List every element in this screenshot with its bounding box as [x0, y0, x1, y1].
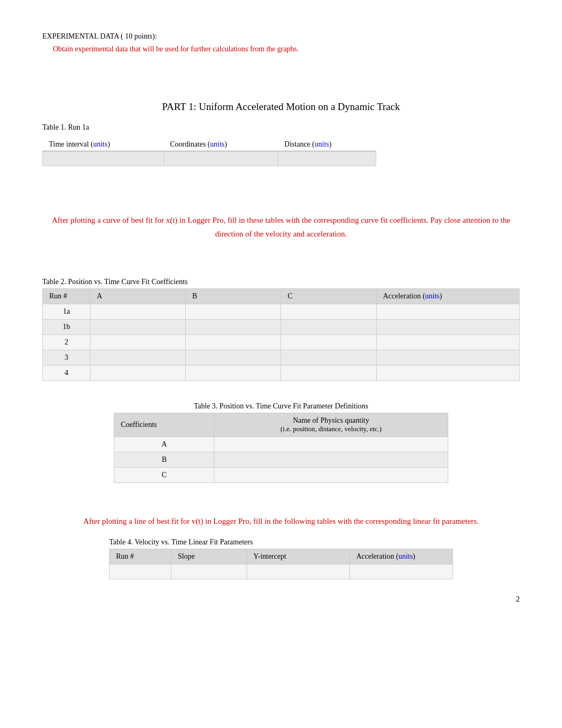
table1-cell2: [164, 151, 278, 166]
table1-row1: [43, 151, 376, 166]
table2-accel-1a: [376, 304, 519, 320]
table3-container: Table 3. Position vs. Time Curve Fit Par…: [114, 402, 448, 483]
table3-val-b: [214, 452, 448, 468]
table2-row-2: 2: [43, 335, 520, 350]
table2-run-1b: 1b: [43, 320, 90, 335]
table2-b-4: [186, 366, 281, 381]
page-number: 2: [42, 595, 520, 604]
table2: Run # A B C Acceleration (units) 1a 1b: [42, 288, 520, 381]
table1-col2-header: Coordinates (units): [164, 137, 278, 151]
table2-col-run: Run #: [43, 289, 90, 304]
table4-col-slope: Slope: [171, 549, 247, 565]
experimental-data-header: EXPERIMENTAL DATA ( 10 points):: [42, 32, 520, 41]
table4-title: Table 4. Velocity vs. Time Linear Fit Pa…: [109, 538, 452, 547]
table1-col1-header: Time interval (units): [43, 137, 164, 151]
table2-a-3: [90, 350, 186, 366]
table3-col2-line1: Name of Physics quantity: [221, 416, 441, 425]
table4-accel-units[interactable]: units: [398, 552, 413, 560]
table2-accel-3: [376, 350, 519, 366]
table2-row-4: 4: [43, 366, 520, 381]
table1-cell1: [43, 151, 164, 166]
table2-col-c: C: [281, 289, 376, 304]
table2-c-1a: [281, 304, 376, 320]
table2-row-3: 3: [43, 350, 520, 366]
table2-accel-2: [376, 335, 519, 350]
section-label: EXPERIMENTAL DATA (: [42, 32, 123, 40]
table2-col-a: A: [90, 289, 186, 304]
table2-a-2: [90, 335, 186, 350]
points-text: 10 points):: [123, 32, 157, 40]
table4-col-accel: Acceleration (units): [350, 549, 453, 565]
table3-col1: Coefficients: [114, 413, 214, 437]
table2-header-row: Run # A B C Acceleration (units): [43, 289, 520, 304]
table3-coef-c: C: [114, 468, 214, 483]
table1: Time interval (units) Coordinates (units…: [42, 137, 376, 166]
table3: Coefficients Name of Physics quantity (i…: [114, 413, 448, 483]
table4-header-row: Run # Slope Y-intercept Acceleration (un…: [110, 549, 452, 565]
table4-col-yint: Y-intercept: [247, 549, 350, 565]
instruction-red: Obtain experimental data that will be us…: [53, 45, 520, 53]
table3-val-a: [214, 437, 448, 452]
table3-row-b: B: [114, 452, 448, 468]
table3-title: Table 3. Position vs. Time Curve Fit Par…: [114, 402, 448, 411]
red-note2: After plotting a line of best fit for v(…: [42, 515, 520, 527]
table2-b-1b: [186, 320, 281, 335]
table3-row-c: C: [114, 468, 448, 483]
part1-title: PART 1: Uniform Accelerated Motion on a …: [42, 101, 520, 113]
table4-col-run: Run #: [110, 549, 171, 565]
table3-header-row: Coefficients Name of Physics quantity (i…: [114, 413, 448, 437]
table1-col3-header: Distance (units): [278, 137, 376, 151]
table2-b-2: [186, 335, 281, 350]
table4-container: Table 4. Velocity vs. Time Linear Fit Pa…: [109, 538, 452, 579]
table3-val-c: [214, 468, 448, 483]
table4-empty-row: [110, 565, 452, 579]
table2-c-1b: [281, 320, 376, 335]
table2-run-4: 4: [43, 366, 90, 381]
table3-col2: Name of Physics quantity (i.e. position,…: [214, 413, 448, 437]
table2-b-1a: [186, 304, 281, 320]
table3-coef-a: A: [114, 437, 214, 452]
bottom-section: After plotting a line of best fit for v(…: [42, 515, 520, 579]
table2-row-1b: 1b: [43, 320, 520, 335]
table2-a-1a: [90, 304, 186, 320]
table3-col2-line2: (i.e. position, distance, velocity, etc.…: [221, 425, 441, 433]
table2-col-b: B: [186, 289, 281, 304]
table1-col2-units[interactable]: units: [210, 140, 224, 148]
table4: Run # Slope Y-intercept Acceleration (un…: [109, 549, 452, 579]
table1-label: Table 1. Run 1a: [42, 123, 520, 132]
table1-cell3: [278, 151, 376, 166]
table2-accel-units[interactable]: units: [425, 292, 439, 300]
table2-accel-1b: [376, 320, 519, 335]
table1-header-row: Time interval (units) Coordinates (units…: [43, 137, 376, 151]
table2-run-1a: 1a: [43, 304, 90, 320]
table1-col3-units[interactable]: units: [315, 140, 329, 148]
table2-c-2: [281, 335, 376, 350]
table2-col-accel: Acceleration (units): [376, 289, 519, 304]
table2-c-3: [281, 350, 376, 366]
red-note1: After plotting a curve of best fit for x…: [42, 214, 520, 241]
table2-a-1b: [90, 320, 186, 335]
table3-coef-b: B: [114, 452, 214, 468]
table2-a-4: [90, 366, 186, 381]
table2-accel-4: [376, 366, 519, 381]
table1-col1-units[interactable]: units: [93, 140, 107, 148]
table2-run-3: 3: [43, 350, 90, 366]
table2-run-2: 2: [43, 335, 90, 350]
table2-label: Table 2. Position vs. Time Curve Fit Coe…: [42, 278, 520, 286]
table2-b-3: [186, 350, 281, 366]
table3-row-a: A: [114, 437, 448, 452]
table2-c-4: [281, 366, 376, 381]
table2-row-1a: 1a: [43, 304, 520, 320]
